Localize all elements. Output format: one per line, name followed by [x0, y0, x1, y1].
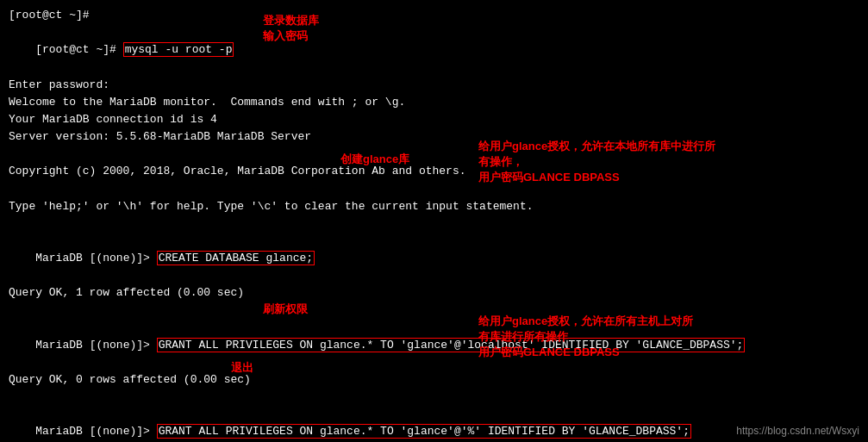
line-blank-3	[9, 215, 859, 233]
prompt-15: MariaDB [(none)]>	[35, 339, 156, 352]
line-3: Enter password:	[9, 77, 859, 94]
line-10: Type 'help;' or '\h' for help. Type '\c'…	[9, 198, 859, 215]
line-blank-5	[9, 389, 859, 406]
annotation-grant-all-3: 用户密码GLANCE DBPASS	[478, 344, 620, 361]
line-6: Server version: 5.5.68-MariaDB MariaDB S…	[9, 128, 859, 146]
cmd-grant-local: GRANT ALL PRIVILEGES ON glance.* TO 'gla…	[157, 338, 746, 352]
annotation-password: 输入密码	[263, 28, 308, 45]
line-8: Copyright (c) 2000, 2018, Oracle, MariaD…	[9, 163, 859, 180]
terminal: [root@ct ~]# [root@ct ~]# mysql -u root …	[0, 0, 868, 442]
line-4: Welcome to the MariaDB monitor. Commands…	[9, 94, 859, 111]
line-2: [root@ct ~]# mysql -u root -p	[9, 24, 859, 76]
prompt-2: [root@ct ~]#	[35, 43, 122, 56]
line-blank-1	[9, 146, 859, 163]
line-blank-2	[9, 180, 859, 197]
line-blank-4	[9, 302, 859, 319]
line-1: [root@ct ~]#	[9, 7, 859, 24]
line-13: Query OK, 1 row affected (0.00 sec)	[9, 284, 859, 302]
prompt-12: MariaDB [(none)]>	[35, 252, 156, 265]
line-5: Your MariaDB connection id is 4	[9, 111, 859, 128]
annotation-grant-local-3: 用户密码GLANCE DBPASS	[478, 169, 620, 186]
cmd-create-db: CREATE DATABASE glance;	[157, 251, 315, 265]
line-15: MariaDB [(none)]> GRANT ALL PRIVILEGES O…	[9, 320, 859, 371]
cmd-mysql: mysql -u root -p	[123, 42, 234, 57]
annotation-create-db: 创建glance库	[340, 151, 409, 168]
prompt-18: MariaDB [(none)]>	[35, 425, 156, 438]
annotation-flush: 刷新权限	[263, 301, 308, 318]
cmd-grant-all: GRANT ALL PRIVILEGES ON glance.* TO 'gla…	[157, 424, 691, 439]
watermark: https://blog.csdn.net/Wsxyi	[736, 425, 859, 437]
line-16: Query OK, 0 rows affected (0.00 sec)	[9, 371, 859, 389]
line-18: MariaDB [(none)]> GRANT ALL PRIVILEGES O…	[9, 406, 859, 442]
annotation-exit: 退出	[231, 359, 253, 377]
line-12: MariaDB [(none)]> CREATE DATABASE glance…	[9, 233, 859, 284]
